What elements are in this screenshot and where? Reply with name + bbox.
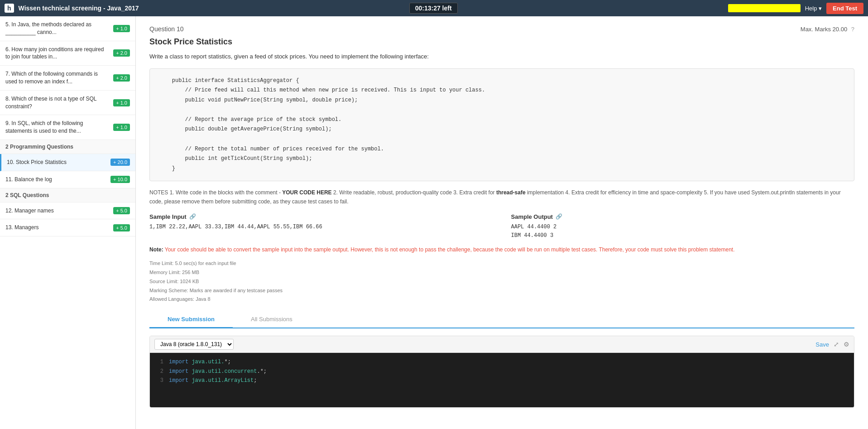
sample-input-label: Sample Input <box>149 213 187 220</box>
notes: NOTES 1. Write code in the blocks with t… <box>149 188 854 206</box>
sidebar-item-text: 7. Which of the following commands is us… <box>5 70 110 86</box>
sidebar-badge: + 1.0 <box>113 99 130 106</box>
sidebar-item-text: 12. Manager names <box>5 207 110 215</box>
max-marks: Max. Marks 20.00 ? <box>801 26 854 33</box>
sidebar-badge: + 2.0 <box>113 49 130 57</box>
header: h Wissen technical screening - Java_2017… <box>0 0 868 16</box>
editor-actions: Save ⤢ ⚙ <box>815 341 849 348</box>
code-editor[interactable]: 1import java.util.*;2import java.util.co… <box>150 353 854 407</box>
constraint-item: Time Limit: 5.0 sec(s) for each input fi… <box>149 259 854 268</box>
sidebar-badge: + 5.0 <box>113 207 130 214</box>
interface-code-block: public interface StatisticsAggregator { … <box>149 68 854 182</box>
sidebar-badge: + 5.0 <box>113 224 130 231</box>
constraint-item: Memory Limit: 256 MB <box>149 268 854 277</box>
sample-output-content: AAPL 44.4400 2IBM 44.4400 3 <box>511 223 855 240</box>
tab-all-submissions[interactable]: All Submissions <box>233 311 311 328</box>
sidebar-badge: + 1.0 <box>113 124 130 131</box>
code-line: 3import java.util.ArrayList; <box>154 376 849 385</box>
header-title: Wissen technical screening - Java_2017 <box>19 5 139 12</box>
code-line: 1import java.util.*; <box>154 357 849 366</box>
timer: 00:13:27 left <box>409 3 458 14</box>
main-layout: 5. In Java, the methods declared as ____… <box>0 16 868 429</box>
tab-new-submission[interactable]: New Submission <box>149 311 233 328</box>
sidebar-badge: + 1.0 <box>113 25 130 32</box>
sidebar-badge: + 20.0 <box>110 159 130 166</box>
previous-questions: 5. In Java, the methods declared as ____… <box>0 16 135 140</box>
question-header: Question 10 Max. Marks 20.00 ? <box>149 25 854 33</box>
progress-bar <box>728 4 801 12</box>
question-description: Write a class to report statistics, give… <box>149 52 854 61</box>
end-test-button[interactable]: End Test <box>826 3 863 14</box>
sample-input-content: 1,IBM 22.22,AAPL 33.33,IBM 44.44,AAPL 55… <box>149 223 493 231</box>
sidebar: 5. In Java, the methods declared as ____… <box>0 16 136 429</box>
content-area: Question 10 Max. Marks 20.00 ? Stock Pri… <box>136 16 868 429</box>
question-number: Question 10 <box>149 25 184 33</box>
submission-tabs: New Submission All Submissions <box>149 311 854 328</box>
help-button[interactable]: Help ▾ <box>805 5 822 12</box>
sql-section: 2 SQL Questions 12. Manager names + 5.0 … <box>0 188 135 237</box>
constraint-item: Marking Scheme: Marks are awarded if any… <box>149 286 854 295</box>
sidebar-item[interactable]: 12. Manager names + 5.0 <box>0 202 135 220</box>
sidebar-item-text: 13. Managers <box>5 224 110 231</box>
sidebar-item[interactable]: 10. Stock Price Statistics + 20.0 <box>0 154 135 171</box>
sample-input-link[interactable]: 🔗 <box>189 213 196 220</box>
language-select[interactable]: Java 8 (oracle 1.8.0_131) <box>154 339 234 350</box>
save-button[interactable]: Save <box>815 341 829 348</box>
sidebar-item-text: 10. Stock Price Statistics <box>7 159 107 166</box>
sidebar-item[interactable]: 9. In SQL, which of the following statem… <box>0 115 135 140</box>
sample-input-col: Sample Input 🔗 1,IBM 22.22,AAPL 33.33,IB… <box>149 213 493 240</box>
sample-input-header: Sample Input 🔗 <box>149 213 493 220</box>
sidebar-item-text: 8. Which of these is not a type of SQL c… <box>5 95 110 111</box>
sample-output-col: Sample Output 🔗 AAPL 44.4400 2IBM 44.440… <box>511 213 855 240</box>
sidebar-item-text: 6. How many join conditions are required… <box>5 46 110 61</box>
note-label: Note: <box>149 246 163 253</box>
sidebar-badge: + 10.0 <box>110 176 130 183</box>
expand-icon[interactable]: ⤢ <box>834 341 839 348</box>
sidebar-item[interactable]: 5. In Java, the methods declared as ____… <box>0 16 135 41</box>
code-line: 2import java.util.concurrent.*; <box>154 367 849 376</box>
sample-output-label: Sample Output <box>511 213 553 220</box>
constraints: Time Limit: 5.0 sec(s) for each input fi… <box>149 259 854 304</box>
settings-icon[interactable]: ⚙ <box>844 341 849 348</box>
sidebar-item-text: 5. In Java, the methods declared as ____… <box>5 21 110 36</box>
logo: h <box>5 4 14 13</box>
sample-output-header: Sample Output 🔗 <box>511 213 855 220</box>
code-editor-container: Java 8 (oracle 1.8.0_131) Save ⤢ ⚙ 1impo… <box>149 336 854 408</box>
constraint-item: Allowed Languages: Java 8 <box>149 295 854 304</box>
sidebar-section-header: 2 Programming Questions <box>0 140 135 154</box>
sidebar-badge: + 2.0 <box>113 74 130 82</box>
sidebar-item[interactable]: 7. Which of the following commands is us… <box>0 66 135 91</box>
sample-output-link[interactable]: 🔗 <box>556 213 562 220</box>
sidebar-item-text: 9. In SQL, which of the following statem… <box>5 120 110 135</box>
programming-section: 2 Programming Questions 10. Stock Price … <box>0 140 135 188</box>
note-content: Your code should be able to convert the … <box>165 246 735 253</box>
sample-io: Sample Input 🔗 1,IBM 22.22,AAPL 33.33,IB… <box>149 213 854 240</box>
sidebar-item[interactable]: 8. Which of these is not a type of SQL c… <box>0 91 135 116</box>
sidebar-item[interactable]: 6. How many join conditions are required… <box>0 41 135 66</box>
sidebar-item[interactable]: 11. Balance the log + 10.0 <box>0 171 135 188</box>
sidebar-item-text: 11. Balance the log <box>5 176 107 183</box>
question-title: Stock Price Statistics <box>149 37 854 47</box>
max-marks-help-icon[interactable]: ? <box>851 26 854 33</box>
sidebar-item[interactable]: 13. Managers + 5.0 <box>0 219 135 236</box>
note-text: Note: Your code should be able to conver… <box>149 246 854 254</box>
constraint-item: Source Limit: 1024 KB <box>149 277 854 286</box>
sidebar-section-header: 2 SQL Questions <box>0 188 135 202</box>
editor-toolbar: Java 8 (oracle 1.8.0_131) Save ⤢ ⚙ <box>150 336 854 353</box>
